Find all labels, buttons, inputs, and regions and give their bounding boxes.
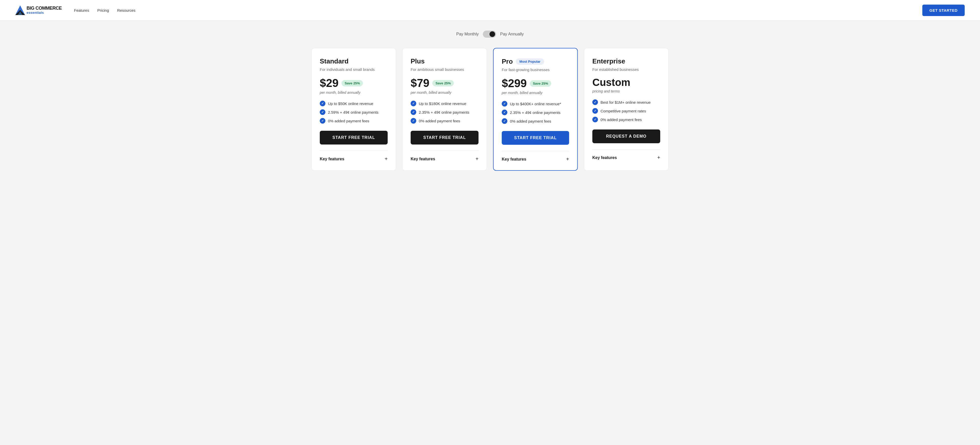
feature-text-standard-2: 0% added payment fees [328,119,369,123]
plan-price-plus: $79 [410,77,429,89]
key-features-label-plus: Key features [410,157,435,162]
price-period-standard: per month, billed annually [320,90,388,95]
cta-button-pro[interactable]: START FREE TRIAL [502,131,569,145]
pay-monthly-label: Pay Monthly [456,32,479,36]
plan-subtitle-standard: For individuals and small brands [320,67,388,71]
feature-item-plus-1: 2.35% + 49¢ online payments [410,109,479,115]
feature-item-standard-0: Up to $50K online revenue [320,101,388,106]
plus-icon-plus: + [476,156,479,162]
feature-item-plus-2: 0% added payment fees [410,118,479,124]
plan-price-pro: $299 [502,77,527,90]
cta-button-enterprise[interactable]: REQUEST A DEMO [592,130,660,143]
key-features-label-enterprise: Key features [592,155,617,160]
price-row-enterprise: Custom [592,77,660,88]
features-list-pro: Up to $400K+ online revenue* 2.35% + 49¢… [502,101,569,124]
plan-card-pro: Pro Most Popular For fast-growing busine… [493,48,578,171]
key-features-row-plus[interactable]: Key features + [410,150,479,162]
logo[interactable]: BIG COMMERCE essentials [15,5,62,15]
check-icon-standard-1 [320,109,325,115]
nav-resources[interactable]: Resources [117,8,135,13]
features-list-standard: Up to $50K online revenue 2.59% + 49¢ on… [320,101,388,124]
logo-icon [15,5,25,15]
logo-bigcommerce: BIG COMMERCE [27,6,62,11]
get-started-button[interactable]: GET STARTED [922,5,965,16]
key-features-row-pro[interactable]: Key features + [502,151,569,162]
feature-text-pro-2: 0% added payment fees [510,119,551,124]
plan-header-pro: Pro Most Popular [502,58,569,65]
billing-toggle[interactable] [483,30,496,38]
plan-subtitle-pro: For fast-growing businesses [502,68,569,72]
plan-card-standard: Standard For individuals and small brand… [311,48,396,171]
feature-item-enterprise-1: Competitive payment rates [592,108,660,114]
main-content: Pay Monthly Pay Annually Standard For in… [0,21,980,186]
main-nav: Features Pricing Resources [74,8,135,13]
logo-essentials: essentials [27,11,62,14]
plan-name-pro: Pro [502,58,513,65]
toggle-track [483,30,496,38]
check-icon-standard-0 [320,101,325,106]
nav-pricing[interactable]: Pricing [97,8,109,13]
check-icon-enterprise-0 [592,100,598,105]
price-row-plus: $79 Save 25% [410,77,479,89]
plan-card-enterprise: Enterprise For established businesses Cu… [584,48,669,171]
plan-header-standard: Standard [320,57,388,65]
feature-text-plus-1: 2.35% + 49¢ online payments [419,110,469,114]
feature-item-pro-0: Up to $400K+ online revenue* [502,101,569,106]
feature-item-pro-2: 0% added payment fees [502,118,569,124]
feature-text-enterprise-1: Competitive payment rates [600,109,646,113]
plan-price-standard: $29 [320,77,339,89]
feature-item-standard-2: 0% added payment fees [320,118,388,124]
plus-icon-standard: + [385,156,388,162]
plus-icon-pro: + [566,156,569,162]
key-features-row-enterprise[interactable]: Key features + [592,149,660,161]
pay-annually-label: Pay Annually [500,32,524,36]
features-list-enterprise: Best for $1M+ online revenue Competitive… [592,100,660,122]
check-icon-plus-1 [410,109,416,115]
billing-toggle-row: Pay Monthly Pay Annually [15,30,965,38]
feature-text-standard-0: Up to $50K online revenue [328,101,373,106]
feature-text-plus-0: Up to $180K online revenue [419,101,466,106]
plan-card-plus: Plus For ambitious small businesses $79 … [402,48,487,171]
header-left: BIG COMMERCE essentials Features Pricing… [15,5,135,15]
plan-price-enterprise: Custom [592,77,630,88]
feature-text-pro-0: Up to $400K+ online revenue* [510,102,561,106]
plan-subtitle-plus: For ambitious small businesses [410,67,479,71]
feature-item-standard-1: 2.59% + 49¢ online payments [320,109,388,115]
feature-item-enterprise-0: Best for $1M+ online revenue [592,100,660,105]
plan-name-standard: Standard [320,57,348,65]
feature-text-standard-1: 2.59% + 49¢ online payments [328,110,379,114]
toggle-thumb [490,31,495,37]
check-icon-enterprise-1 [592,108,598,114]
plans-grid: Standard For individuals and small brand… [311,48,669,171]
save-badge-plus: Save 25% [432,80,454,86]
check-icon-pro-1 [502,109,508,115]
feature-text-enterprise-0: Best for $1M+ online revenue [600,100,651,105]
check-icon-enterprise-2 [592,117,598,122]
feature-item-pro-1: 2.35% + 49¢ online payments [502,109,569,115]
check-icon-pro-2 [502,118,508,124]
feature-text-pro-1: 2.35% + 49¢ online payments [510,110,560,115]
most-popular-badge: Most Popular [516,59,544,65]
cta-button-standard[interactable]: START FREE TRIAL [320,131,388,144]
features-list-plus: Up to $180K online revenue 2.35% + 49¢ o… [410,101,479,124]
save-badge-pro: Save 25% [530,80,551,87]
plus-icon-enterprise: + [657,155,660,161]
price-period-plus: per month, billed annually [410,90,479,95]
feature-text-plus-2: 0% added payment fees [419,119,460,123]
check-icon-plus-0 [410,101,416,106]
plan-header-plus: Plus [410,57,479,65]
price-row-pro: $299 Save 25% [502,77,569,90]
plan-name-plus: Plus [410,57,425,65]
save-badge-standard: Save 25% [342,80,363,86]
check-icon-pro-0 [502,101,508,106]
price-period-enterprise: pricing and terms [592,89,660,93]
nav-features[interactable]: Features [74,8,89,13]
check-icon-plus-2 [410,118,416,124]
cta-button-plus[interactable]: START FREE TRIAL [410,131,479,144]
feature-text-enterprise-2: 0% added payment fees [600,117,642,122]
plan-name-enterprise: Enterprise [592,57,625,65]
header: BIG COMMERCE essentials Features Pricing… [0,0,980,21]
plan-header-enterprise: Enterprise [592,57,660,65]
key-features-row-standard[interactable]: Key features + [320,150,388,162]
price-row-standard: $29 Save 25% [320,77,388,89]
